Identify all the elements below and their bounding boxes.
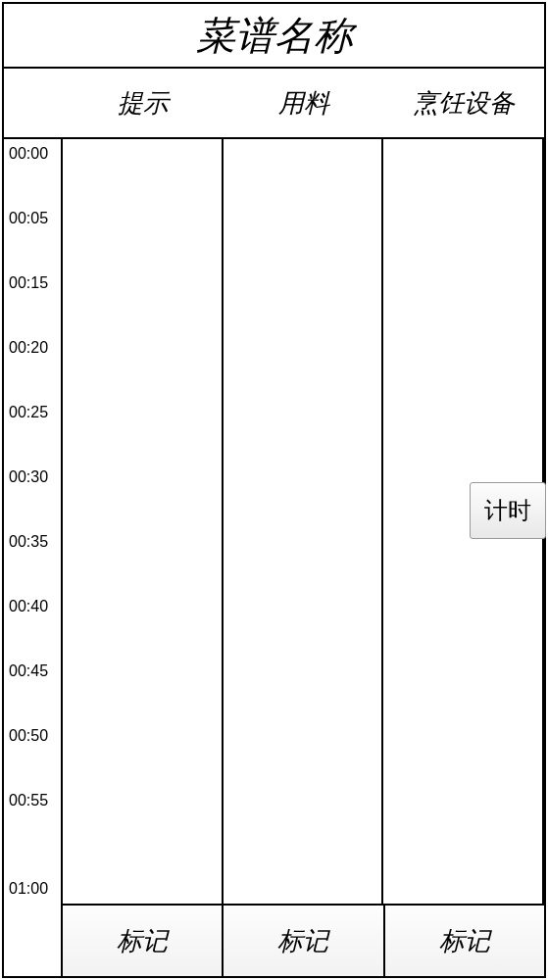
time-label: 00:15 [9, 274, 48, 292]
time-label: 00:05 [9, 210, 48, 227]
time-axis: 00:00 00:05 00:15 00:20 00:25 00:30 00:3… [4, 139, 63, 904]
mark-button-hint[interactable]: 标记 [63, 904, 224, 976]
time-label: 00:30 [9, 468, 48, 486]
time-label: 01:00 [9, 880, 48, 898]
time-label: 00:20 [9, 339, 48, 357]
mark-button-equipment[interactable]: 标记 [385, 904, 544, 976]
time-label: 00:50 [9, 727, 48, 745]
time-label: 00:00 [9, 145, 48, 163]
time-label: 00:35 [9, 533, 48, 551]
app-frame: 菜谱名称 提示 用料 烹饪设备 00:00 00:05 00:15 00:20 … [2, 2, 546, 978]
ingredients-column[interactable] [224, 139, 384, 904]
header-hint: 提示 [63, 69, 224, 137]
header-equipment: 烹饪设备 [383, 69, 544, 137]
header-ingredients: 用料 [224, 69, 384, 137]
hint-column[interactable] [63, 139, 224, 904]
time-label: 00:40 [9, 598, 48, 615]
recipe-title: 菜谱名称 [4, 4, 544, 69]
time-label: 00:45 [9, 662, 48, 680]
footer-spacer [4, 904, 63, 976]
header-time-spacer [4, 69, 63, 137]
footer-buttons: 标记 标记 标记 [4, 904, 544, 976]
mark-button-ingredients[interactable]: 标记 [224, 904, 384, 976]
time-label: 00:55 [9, 792, 48, 809]
timer-button[interactable]: 计时 [470, 482, 546, 539]
time-label: 00:25 [9, 404, 48, 421]
timeline-body: 00:00 00:05 00:15 00:20 00:25 00:30 00:3… [4, 139, 544, 904]
column-headers: 提示 用料 烹饪设备 [4, 69, 544, 139]
